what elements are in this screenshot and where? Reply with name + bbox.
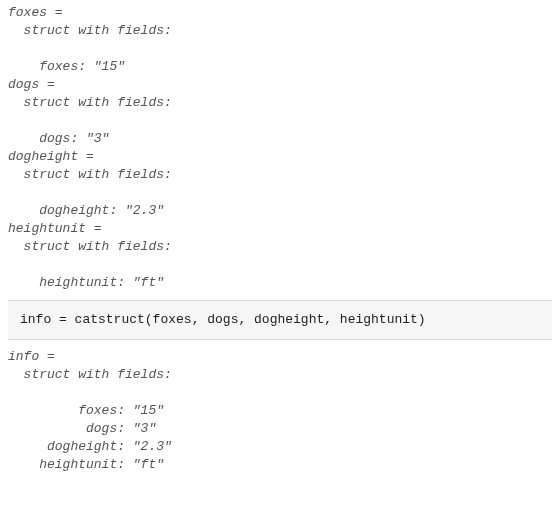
foxes-field: foxes: "15" — [8, 58, 552, 76]
dogs-header: dogs = — [8, 76, 552, 94]
foxes-struct-label: struct with fields: — [8, 22, 552, 40]
output-dogheight: dogheight = struct with fields: dogheigh… — [8, 148, 552, 220]
dogheight-header: dogheight = — [8, 148, 552, 166]
blank-line — [8, 256, 552, 274]
info-field-heightunit: heightunit: "ft" — [8, 456, 552, 474]
dogs-struct-label: struct with fields: — [8, 94, 552, 112]
foxes-header: foxes = — [8, 4, 552, 22]
blank-line — [8, 40, 552, 58]
blank-line — [8, 384, 552, 402]
output-info: info = struct with fields: foxes: "15" d… — [8, 348, 552, 474]
dogheight-field: dogheight: "2.3" — [8, 202, 552, 220]
code-cell[interactable]: info = catstruct(foxes, dogs, dogheight,… — [8, 300, 552, 340]
info-header: info = — [8, 348, 552, 366]
info-field-dogheight: dogheight: "2.3" — [8, 438, 552, 456]
dogheight-struct-label: struct with fields: — [8, 166, 552, 184]
info-struct-label: struct with fields: — [8, 366, 552, 384]
dogs-field: dogs: "3" — [8, 130, 552, 148]
blank-line — [8, 184, 552, 202]
output-dogs: dogs = struct with fields: dogs: "3" — [8, 76, 552, 148]
info-field-foxes: foxes: "15" — [8, 402, 552, 420]
info-field-dogs: dogs: "3" — [8, 420, 552, 438]
blank-line — [8, 112, 552, 130]
output-heightunit: heightunit = struct with fields: heightu… — [8, 220, 552, 292]
matlab-output-document: foxes = struct with fields: foxes: "15" … — [0, 0, 552, 478]
heightunit-header: heightunit = — [8, 220, 552, 238]
output-foxes: foxes = struct with fields: foxes: "15" — [8, 4, 552, 76]
heightunit-struct-label: struct with fields: — [8, 238, 552, 256]
heightunit-field: heightunit: "ft" — [8, 274, 552, 292]
